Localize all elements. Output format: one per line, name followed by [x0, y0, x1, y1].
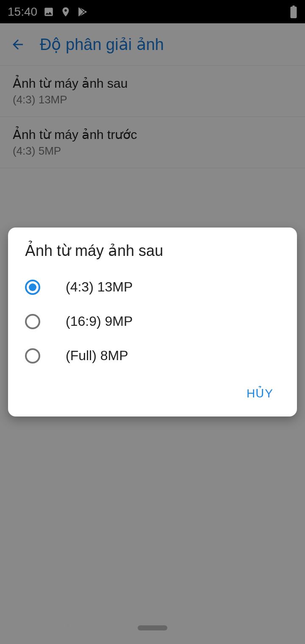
radio-icon [25, 280, 40, 295]
radio-option-0[interactable]: (4:3) 13MP [8, 270, 297, 304]
dialog-actions: HỦY [8, 373, 297, 409]
radio-label: (4:3) 13MP [66, 279, 133, 295]
radio-label: (Full) 8MP [66, 348, 128, 364]
radio-option-1[interactable]: (16:9) 9MP [8, 304, 297, 339]
navigation-bar [0, 619, 305, 644]
chevron-left-icon [64, 621, 73, 630]
radio-label: (16:9) 9MP [66, 314, 133, 329]
resolution-dialog: Ảnh từ máy ảnh sau (4:3) 13MP (16:9) 9MP… [8, 228, 297, 416]
dialog-title: Ảnh từ máy ảnh sau [8, 242, 297, 270]
modal-overlay[interactable]: Ảnh từ máy ảnh sau (4:3) 13MP (16:9) 9MP… [0, 0, 305, 644]
radio-option-2[interactable]: (Full) 8MP [8, 339, 297, 373]
nav-home-pill[interactable] [138, 625, 167, 630]
cancel-button[interactable]: HỦY [240, 383, 280, 404]
radio-icon [25, 314, 40, 329]
nav-back-button[interactable] [64, 621, 73, 632]
radio-icon [25, 348, 40, 364]
